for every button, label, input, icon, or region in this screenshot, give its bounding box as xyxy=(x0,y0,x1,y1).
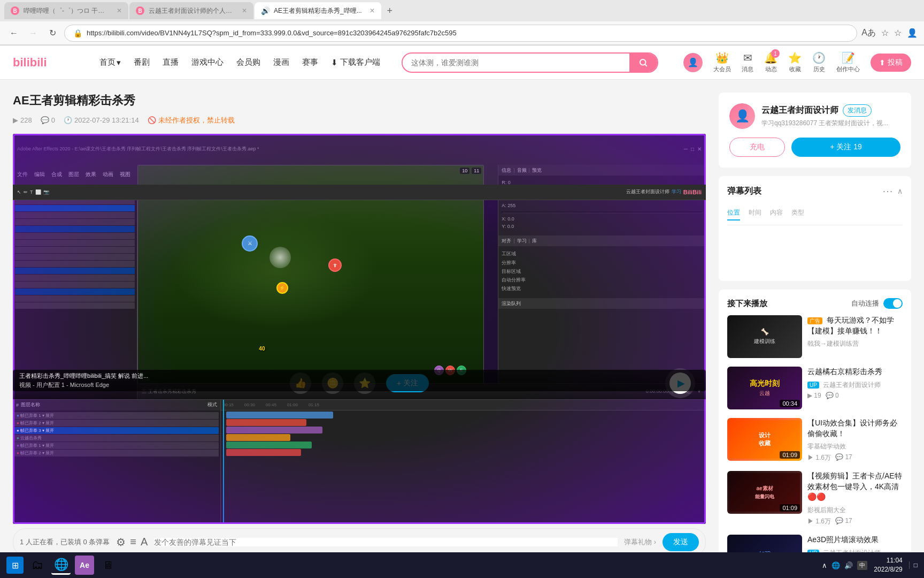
nav-drama[interactable]: 番剧 xyxy=(134,57,150,67)
tab-close-2[interactable]: ✕ xyxy=(242,7,247,14)
danmaku-tab-position[interactable]: 位置 xyxy=(727,208,740,220)
ae-audio-tab[interactable]: 音频 xyxy=(517,167,527,174)
ae-render-tab[interactable]: 渲染队列 xyxy=(502,300,521,307)
video-like-btn[interactable]: 👍 xyxy=(290,372,311,394)
create-icon[interactable]: 📝 创作中心 xyxy=(836,51,860,73)
video-card-2[interactable]: 设计收藏 01:09 【UI动效合集】设计师务必偷偷收藏！ 零基础学动效 ▶ 1… xyxy=(727,418,903,462)
ae-menu-edit[interactable]: 编辑 xyxy=(34,171,45,178)
back-button[interactable]: ← xyxy=(6,26,21,41)
danmaku-tab-time[interactable]: 时间 xyxy=(749,208,761,220)
message-icon[interactable]: ✉ 消息 xyxy=(742,51,753,73)
danmaku-input[interactable] xyxy=(154,538,617,546)
comment-icon: 💬 xyxy=(41,116,49,124)
taskbar-network[interactable]: 🌐 xyxy=(831,561,840,569)
danmaku-tab-type[interactable]: 类型 xyxy=(791,208,804,220)
start-button[interactable]: ⊞ xyxy=(6,557,24,574)
collections-icon[interactable]: ☆ xyxy=(894,28,902,38)
address-bar[interactable]: 🔒 https://bilibili.com/video/BV1NN4y1L7S… xyxy=(64,25,857,42)
taskbar-edge[interactable]: 🌐 xyxy=(51,556,71,575)
nav-esports[interactable]: 赛事 xyxy=(302,57,318,67)
creator-avatar[interactable]: 👤 xyxy=(729,103,755,129)
ae-menu-view[interactable]: 视图 xyxy=(120,171,130,178)
ae-align-tab[interactable]: 对齐 xyxy=(502,238,511,245)
nav-download[interactable]: ⬇下载客户端 xyxy=(331,57,380,67)
nav-manga[interactable]: 漫画 xyxy=(273,57,289,67)
video-collect-btn[interactable]: ⭐ xyxy=(354,372,375,394)
danmaku-list-icon[interactable]: ≡ xyxy=(130,536,136,549)
ae-menu-anim[interactable]: 动画 xyxy=(103,171,113,178)
taskbar-show-desktop[interactable]: □ xyxy=(909,561,918,569)
ae-toolbar-icon-text[interactable]: T xyxy=(30,189,33,195)
follow-button[interactable]: + 关注 19 xyxy=(791,138,900,157)
message-btn[interactable]: 发消息 xyxy=(843,104,872,117)
tab-1[interactable]: B 哔哩哔哩（゜-゜）つロ 干杯~-bili... ✕ xyxy=(4,2,128,19)
ae-toolbar-icon-camera[interactable]: 📷 xyxy=(43,189,49,195)
ae-learn-link[interactable]: 学习 xyxy=(672,188,681,195)
danmaku-subtitle-icon[interactable]: A xyxy=(141,536,148,549)
toggle-track[interactable] xyxy=(883,298,903,309)
search-input[interactable] xyxy=(403,58,629,67)
video-card-1[interactable]: 高光时刻 云越 00:34 云越橘右京精彩击杀秀 UP 云越王者封面设计师 ▶ … xyxy=(727,367,903,409)
player-overlay-bar[interactable]: 👍 🪙 ⭐ + 关注 xyxy=(13,368,706,399)
taskbar-files[interactable]: 🗂 xyxy=(28,556,47,575)
search-button[interactable] xyxy=(629,54,657,72)
nav-live[interactable]: 直播 xyxy=(163,57,179,67)
taskbar-capcut[interactable]: 🖥 xyxy=(98,556,118,575)
favorites-nav-icon[interactable]: ⭐ 收藏 xyxy=(788,51,802,73)
forward-button[interactable]: → xyxy=(26,26,41,41)
taskbar-chevron[interactable]: ∧ xyxy=(822,561,827,569)
search-box[interactable] xyxy=(402,52,658,73)
video-player[interactable]: Adobe After Effects 2020 - E:\ae课文件\王者击杀… xyxy=(13,134,706,524)
player-follow-btn[interactable]: + 关注 xyxy=(386,374,429,392)
ae-learn-tab[interactable]: 学习 xyxy=(517,238,527,245)
upload-button[interactable]: ⬆ 投稿 xyxy=(871,54,911,72)
ae-libraries-tab[interactable]: 库 xyxy=(532,238,537,245)
system-clock[interactable]: 11:04 2022/8/29 xyxy=(874,556,902,574)
tab-close-3[interactable]: ✕ xyxy=(369,7,375,14)
ae-menu-effect[interactable]: 效果 xyxy=(86,171,96,178)
ae-menu-file[interactable]: 文件 xyxy=(17,171,28,178)
taskbar-ae[interactable]: Ae xyxy=(75,556,94,575)
danmaku-list-more[interactable]: ⋯ xyxy=(882,185,893,197)
video-card-0[interactable]: 🦴 建模训练 广告 每天玩游戏？不如学【建模】接单赚钱！！ 戟我→建模训练营 xyxy=(727,315,903,358)
danmaku-settings-icon[interactable]: ⚙ xyxy=(116,536,126,549)
ae-toolbar-icon-pen[interactable]: ✏ xyxy=(24,189,28,195)
tab-close-1[interactable]: ✕ xyxy=(117,7,122,14)
video-coin-btn[interactable]: 🪙 xyxy=(322,372,343,394)
ae-asset-list xyxy=(13,195,137,311)
ae-preview-tab[interactable]: 预览 xyxy=(532,167,542,174)
send-danmaku-button[interactable]: 发送 xyxy=(663,533,699,551)
nav-mall[interactable]: 会员购 xyxy=(236,57,260,67)
nav-home[interactable]: 首页 ▾ xyxy=(99,57,121,67)
history-icon[interactable]: 🕐 历史 xyxy=(812,51,826,73)
danmaku-gift-btn[interactable]: 弹幕礼物 › xyxy=(624,537,656,547)
dynamic-icon[interactable]: 🔔 1 动态 xyxy=(764,51,777,73)
vip-icon[interactable]: 👑 大会员 xyxy=(713,51,731,73)
ae-menu-layer[interactable]: 图层 xyxy=(68,171,79,178)
taskbar-volume[interactable]: 🔊 xyxy=(844,561,853,569)
translate-icon[interactable]: Aあ xyxy=(861,27,876,39)
video-card-3[interactable]: ae素材 能量闪电 01:09 【视频剪辑】王者卡点/AE特效素材包一键导入，4… xyxy=(727,471,903,526)
refresh-button[interactable]: ↻ xyxy=(45,26,60,41)
danmaku-tab-content[interactable]: 内容 xyxy=(770,208,783,220)
profile-icon[interactable]: 👤 xyxy=(907,28,918,38)
bilibili-logo[interactable]: bilibili xyxy=(13,52,82,73)
new-tab-button[interactable]: + xyxy=(382,3,397,18)
tab-3-active[interactable]: 🔊 AE王者剪辑精彩击杀秀_哔哩... ✕ xyxy=(255,2,381,19)
ae-menu-comp[interactable]: 合成 xyxy=(51,171,62,178)
user-avatar[interactable]: 👤 xyxy=(683,53,703,72)
bilibili-play-button[interactable]: ▶ xyxy=(665,368,695,398)
auto-play-toggle[interactable]: 自动连播 xyxy=(851,298,903,309)
ae-toolbar-icon-select[interactable]: ↖ xyxy=(17,189,21,195)
danmaku-list-collapse[interactable]: ∧ xyxy=(897,187,903,195)
charge-button[interactable]: 充电 xyxy=(729,138,785,157)
favorites-icon[interactable]: ☆ xyxy=(881,28,889,38)
creator-name[interactable]: 云越王者封面设计师 xyxy=(761,105,838,116)
nav-gaming[interactable]: 游戏中心 xyxy=(191,57,224,67)
ae-minimize[interactable]: ─ xyxy=(684,146,688,152)
ae-close[interactable]: ✕ xyxy=(697,146,702,152)
ae-toolbar-icon-shape[interactable]: ⬜ xyxy=(35,189,41,195)
tab-2[interactable]: B 云越王者封面设计师的个人空间... ✕ xyxy=(129,2,253,19)
ae-maximize[interactable]: □ xyxy=(691,146,694,152)
ae-info-tab[interactable]: 信息 xyxy=(502,167,511,174)
